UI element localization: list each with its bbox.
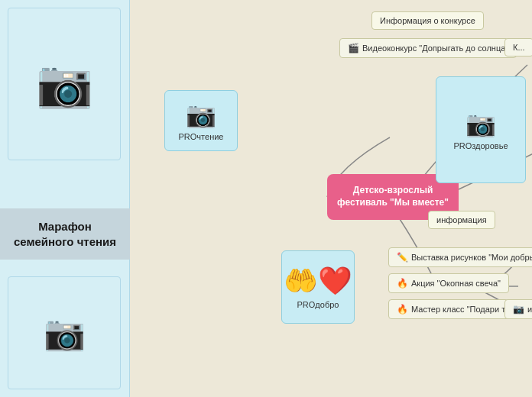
vistavka-button[interactable]: ✏️ Выставка рисунков "Мои добрые дела" [388,247,532,267]
prodobro-node[interactable]: 🤲❤️ PROдобро [281,250,355,324]
ku-button[interactable]: К... [504,38,532,56]
pencil-icon: ✏️ [397,252,408,263]
prozdorovye-label: PROздоровье [453,141,508,150]
info-konkurs-button[interactable]: Информация о конкурсе [371,11,484,30]
fire-icon-2: 🔥 [397,304,408,315]
fire-icon-1: 🔥 [397,278,408,289]
inf-bottom-label: инф... [527,305,532,314]
main-mindmap-area: Детско-взрослый фестиваль "Мы вместе" 📷 … [130,0,532,397]
prochteniye-label: PROчтение [179,132,224,141]
marathon-label-container: Марафонсемейного чтения [0,208,130,260]
akciya-label: Акция "Окопная свеча" [411,279,501,288]
prozdorovye-node[interactable]: 📷 PROздоровье [436,76,526,183]
camera-icon-btn: 📷 [513,304,524,315]
ku-label: К... [513,43,525,52]
info-konkurs-label: Информация о конкурсе [380,16,475,25]
akciya-button[interactable]: 🔥 Акция "Окопная свеча" [388,273,509,293]
marathon-label: Марафонсемейного чтения [14,220,116,248]
prozdorovye-icon: 📷 [466,109,496,138]
video-icon: 🎬 [348,43,359,53]
bottom-card[interactable]: 📷 [8,276,121,389]
camera-icon-top: 📷 [36,61,93,107]
informaciya-label: информация [436,215,487,224]
prochteniye-node[interactable]: 📷 PROчтение [164,90,238,151]
videokonkurs-label: Видеоконкурс "Допрыгать до солнца" [362,44,508,53]
camera-icon-bottom: 📷 [44,313,86,353]
vistavka-label: Выставка рисунков "Мои добрые дела" [411,253,532,262]
prochteniye-icon: 📷 [186,100,216,129]
central-node-label: Детско-взрослый фестиваль "Мы вместе" [327,185,459,208]
prodobro-label: PROдобро [297,300,339,309]
left-panel: 📷 Марафонсемейного чтения 📷 [0,0,130,397]
videokonkurs-button[interactable]: 🎬 Видеоконкурс "Допрыгать до солнца" [339,38,517,58]
inf-bottom-button[interactable]: 📷 инф... [504,299,532,319]
prodobro-icon: 🤲❤️ [284,265,352,297]
informaciya-button[interactable]: информация [428,211,495,229]
top-card[interactable]: 📷 [8,8,121,160]
